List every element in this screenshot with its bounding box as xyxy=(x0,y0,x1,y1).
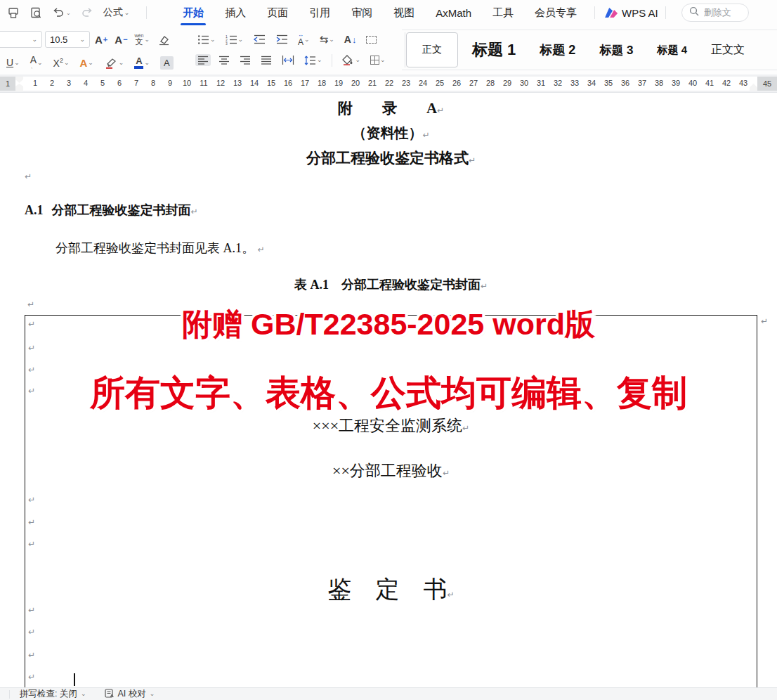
horizontal-ruler[interactable]: 1 45 12345678910111213141516171819202122… xyxy=(0,74,777,93)
pinyin-icon: wén文 xyxy=(135,33,144,46)
ruler-number: 42 xyxy=(722,79,731,87)
align-right-button[interactable] xyxy=(237,54,253,66)
search-input[interactable]: 删除文 xyxy=(681,4,749,22)
tab-marks-button[interactable] xyxy=(364,34,379,45)
line-spacing-icon xyxy=(304,56,316,65)
increase-font-button[interactable]: A+ xyxy=(93,32,110,47)
ai-proofread-button[interactable]: AI 校对⌄ xyxy=(105,688,155,700)
print-icon xyxy=(7,7,20,19)
swap-arrows-icon: ⇆ xyxy=(320,33,329,46)
ruler-number: 22 xyxy=(385,79,393,87)
undo-caret-icon[interactable]: ⌄ xyxy=(66,10,71,16)
spell-check-status[interactable]: 拼写检查: 关闭⌄ xyxy=(20,688,86,700)
formula-label: 公式 xyxy=(103,6,123,19)
text-effects-button[interactable]: A⌄ xyxy=(77,56,95,70)
char-scale-button[interactable]: ↔A ⌄ xyxy=(296,31,312,48)
ruler-number: 38 xyxy=(655,79,663,87)
wps-ai-button[interactable]: WPS AI xyxy=(605,7,658,19)
menu-tabs: 开始插入页面引用审阅视图AxMath工具会员专享 xyxy=(172,1,587,25)
paragraph-mark: ↵ xyxy=(28,343,35,353)
ruler-number: 24 xyxy=(419,79,427,87)
ruler-number: 33 xyxy=(570,79,579,87)
underline-button[interactable]: U⌄ xyxy=(4,56,22,70)
ruler-number: 1 xyxy=(33,79,37,87)
font-color-icon: A xyxy=(134,56,143,69)
paragraph-mark: ↵ xyxy=(25,171,32,181)
style-item[interactable]: 正文文 xyxy=(701,32,755,67)
ruler-number: 14 xyxy=(250,79,259,87)
ribbon-toolbar: ⌄ 10.5⌄ A+ A− wén文 ⌄ U⌄ A﹆⌄ X2⌄ A⌄ ⌄ A ⌄… xyxy=(0,25,777,74)
menu-tab-tools[interactable]: 工具 xyxy=(482,1,524,25)
ruler-number: 6 xyxy=(117,79,122,87)
decrease-indent-icon xyxy=(253,34,266,44)
justify-icon xyxy=(261,56,272,65)
font-name-select[interactable]: ⌄ xyxy=(0,31,42,48)
menu-tab-page[interactable]: 页面 xyxy=(256,1,299,25)
paragraph-mark: ↵ xyxy=(28,672,35,682)
cover-table[interactable] xyxy=(25,315,757,687)
distribute-button[interactable] xyxy=(280,54,296,66)
ruler-number: 7 xyxy=(134,79,138,87)
style-item[interactable]: 标题 3 xyxy=(589,32,643,67)
menu-tab-view[interactable]: 视图 xyxy=(383,1,425,25)
ruler-number: 12 xyxy=(216,79,225,87)
ruler-number: 37 xyxy=(638,79,646,87)
style-item[interactable]: 标题 2 xyxy=(530,32,585,67)
left-indent-marker[interactable] xyxy=(15,89,23,91)
text-effects-icon: A xyxy=(79,57,87,69)
redo-button[interactable] xyxy=(81,7,93,18)
cjk-layout-button[interactable]: ⇆⌄ xyxy=(318,32,337,47)
ruler-number: 32 xyxy=(554,79,562,87)
sort-button[interactable]: A↓ xyxy=(342,32,359,46)
print-preview-button[interactable] xyxy=(30,7,42,19)
borders-grid-icon xyxy=(370,56,379,65)
formula-button[interactable]: 公式 ⌄ xyxy=(103,6,130,19)
line-spacing-button[interactable]: ⌄ xyxy=(302,54,325,67)
status-bar: 拼写检查: 关闭⌄ AI 校对⌄ xyxy=(0,687,777,700)
undo-button[interactable]: ⌄ xyxy=(52,7,71,18)
font-color-button[interactable]: A ⌄ xyxy=(132,55,152,70)
ruler-number: 2 xyxy=(50,79,54,87)
bullet-list-button[interactable]: ⌄ xyxy=(195,33,218,46)
dashed-box-icon xyxy=(366,36,377,44)
emphasis-mark-button[interactable]: A﹆⌄ xyxy=(28,53,45,72)
align-left-icon xyxy=(197,56,209,65)
align-left-button[interactable] xyxy=(195,54,211,66)
char-shading-button[interactable]: A xyxy=(158,55,176,71)
menu-tab-reference[interactable]: 引用 xyxy=(299,1,341,25)
menu-tab-axmath[interactable]: AxMath xyxy=(425,2,482,24)
menu-tab-review[interactable]: 审阅 xyxy=(341,1,383,25)
align-right-icon xyxy=(240,56,251,65)
ruler-number: 31 xyxy=(537,79,545,87)
increase-indent-button[interactable] xyxy=(273,33,290,46)
style-item[interactable]: 标题 1 xyxy=(462,32,525,67)
print-button[interactable] xyxy=(7,7,20,19)
align-center-icon xyxy=(218,56,230,65)
superscript-button[interactable]: X2⌄ xyxy=(51,56,72,70)
ruler-number: 17 xyxy=(301,79,309,87)
decrease-indent-button[interactable] xyxy=(251,33,268,46)
char-scale-icon: ↔A xyxy=(298,32,303,46)
align-center-button[interactable] xyxy=(216,54,232,66)
borders-button[interactable]: ⌄ xyxy=(368,54,388,66)
font-size-select[interactable]: 10.5⌄ xyxy=(45,31,90,48)
font-size-value: 10.5 xyxy=(50,34,67,45)
paragraph-mark: ↵ xyxy=(28,517,35,527)
document-page[interactable]: 附 录 A↵ （资料性）↵ 分部工程验收鉴定书格式↵ ↵ A.1分部工程验收鉴定… xyxy=(0,93,777,687)
appendix-heading: 分部工程验收鉴定书格式↵ xyxy=(25,148,757,168)
menu-tab-insert[interactable]: 插入 xyxy=(214,1,256,25)
justify-button[interactable] xyxy=(259,54,274,66)
decrease-font-button[interactable]: A− xyxy=(112,32,129,47)
style-item[interactable]: 标题 4 xyxy=(648,32,698,67)
divider xyxy=(146,6,147,19)
highlight-button[interactable]: ⌄ xyxy=(102,56,126,70)
menu-tab-member[interactable]: 会员专享 xyxy=(524,1,587,25)
pinyin-guide-button[interactable]: wén文 ⌄ xyxy=(133,32,152,47)
menu-tab-home[interactable]: 开始 xyxy=(172,1,214,25)
bullet-list-icon xyxy=(197,34,209,45)
numbered-list-button[interactable]: 123 ⌄ xyxy=(223,33,246,46)
clear-format-button[interactable] xyxy=(155,32,172,47)
ruler-number: 18 xyxy=(318,79,326,87)
style-item[interactable]: 正文 xyxy=(406,32,458,67)
shading-button[interactable]: ⌄ xyxy=(339,53,363,67)
